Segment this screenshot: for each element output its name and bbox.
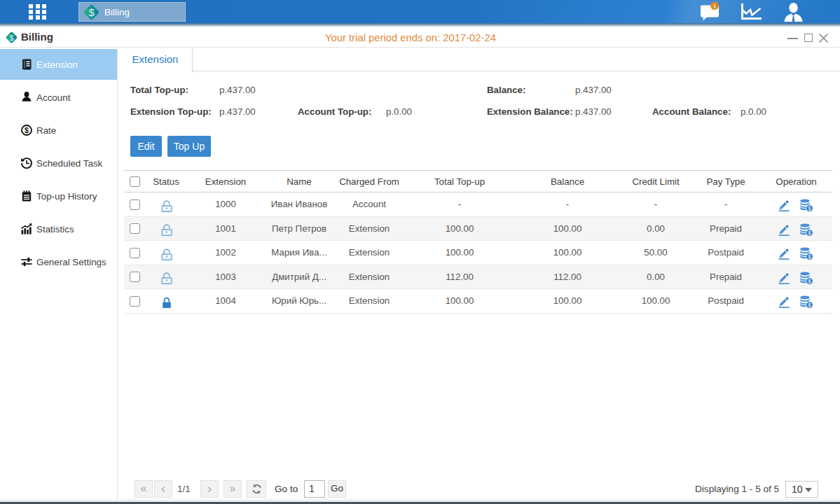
svg-text:$: $	[25, 126, 29, 134]
svg-text:!: !	[713, 2, 715, 10]
svg-text:$: $	[808, 205, 811, 212]
svg-text:$: $	[808, 277, 811, 284]
svg-text:$: $	[808, 253, 811, 260]
svg-text:$: $	[89, 6, 95, 18]
svg-text:$: $	[808, 229, 811, 236]
svg-text:$: $	[808, 302, 811, 309]
